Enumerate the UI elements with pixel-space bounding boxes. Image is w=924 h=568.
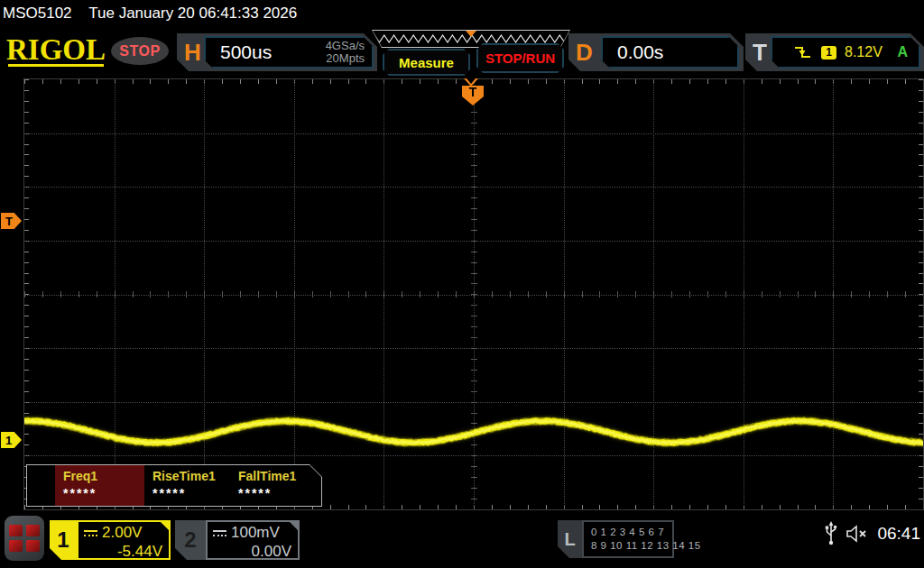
d-label: D <box>576 39 593 67</box>
trigger-level-value: 8.12V <box>845 44 882 60</box>
measure-button[interactable]: Measure <box>383 49 470 76</box>
stop-run-button[interactable]: STOP/RUN <box>476 43 564 73</box>
channel1-ground-marker[interactable]: 1 <box>1 432 22 448</box>
h-label: H <box>184 39 201 67</box>
dc-coupling-icon <box>213 530 226 536</box>
corner-decoration <box>289 521 299 531</box>
channel1-scale: 2.00V <box>102 524 142 542</box>
falling-edge-icon <box>794 45 812 60</box>
horizontal-timebase-panel[interactable]: H 500us 4GSa/s 20Mpts <box>177 33 377 71</box>
measurement-falltime1[interactable]: FallTime1 ***** <box>230 465 319 506</box>
delay-panel[interactable]: D 0.00s <box>568 33 744 71</box>
acquisition-status-badge: STOP <box>111 37 169 65</box>
channel2-offset: 0.00V <box>208 543 291 561</box>
logic-analyzer-tab[interactable]: L <box>558 520 582 558</box>
channel2-tab[interactable]: 2 <box>175 520 206 560</box>
trigger-panel[interactable]: T 1 8.12V A <box>745 33 924 71</box>
trigger-box[interactable]: 1 8.12V A <box>771 36 920 69</box>
graticule <box>23 78 924 510</box>
top-status-bar: MSO5102 Tue January 20 06:41:33 2026 <box>0 0 924 27</box>
sound-muted-icon <box>846 525 868 543</box>
measurement-freq1[interactable]: Freq1 ***** <box>55 465 144 506</box>
logic-channels-row2: 8 9 10 11 12 13 14 15 <box>591 539 672 553</box>
trigger-sweep-mode: A <box>897 44 908 60</box>
preview-trigger-position-icon[interactable] <box>466 31 476 37</box>
channel1-offset: -5.44V <box>79 543 162 561</box>
menu-grid-button[interactable] <box>5 516 44 561</box>
corner-decoration <box>160 521 170 531</box>
channel2-scale: 100mV <box>231 524 280 542</box>
acquisition-rates: 4GSa/s 20Mpts <box>326 40 365 65</box>
datetime-label: Tue January 20 06:41:33 2026 <box>88 5 297 22</box>
status-icons: 06:41 <box>825 521 920 545</box>
measurement-risetime1[interactable]: RiseTime1 ***** <box>144 465 230 506</box>
channel1-waveform <box>24 79 923 509</box>
sample-rate: 4GSa/s <box>326 40 365 52</box>
trigger-source-badge: 1 <box>821 46 836 60</box>
menu-grid-icon <box>9 525 23 536</box>
oscilloscope-screen: MSO5102 Tue January 20 06:41:33 2026 RIG… <box>0 0 924 568</box>
trigger-position-triangle-icon <box>464 78 478 87</box>
logic-analyzer-box[interactable]: 0 1 2 3 4 5 6 7 8 9 10 11 12 13 14 15 <box>582 520 674 558</box>
channel1-tab[interactable]: 1 <box>50 520 77 560</box>
channel1-status-box[interactable]: 2.00V -5.44V <box>77 520 171 560</box>
logic-channels-row1: 0 1 2 3 4 5 6 7 <box>591 526 672 539</box>
usb-icon <box>825 521 837 545</box>
dc-coupling-icon <box>84 530 97 536</box>
delay-box[interactable]: 0.00s <box>601 36 739 69</box>
clock-label: 06:41 <box>877 524 920 544</box>
model-label: MSO5102 <box>3 5 72 22</box>
delay-value: 0.00s <box>617 41 663 63</box>
channel2-status-box[interactable]: 100mV 0.00V <box>206 520 300 560</box>
memory-depth: 20Mpts <box>326 52 365 65</box>
rigol-logo: RIGOL <box>6 36 106 63</box>
timebase-box[interactable]: 500us 4GSa/s 20Mpts <box>204 36 374 69</box>
timebase-value: 500us <box>220 41 272 63</box>
trigger-level-marker[interactable]: T <box>1 213 22 229</box>
measurement-panel: Freq1 ***** RiseTime1 ***** FallTime1 **… <box>26 464 322 507</box>
t-label: T <box>753 39 767 67</box>
